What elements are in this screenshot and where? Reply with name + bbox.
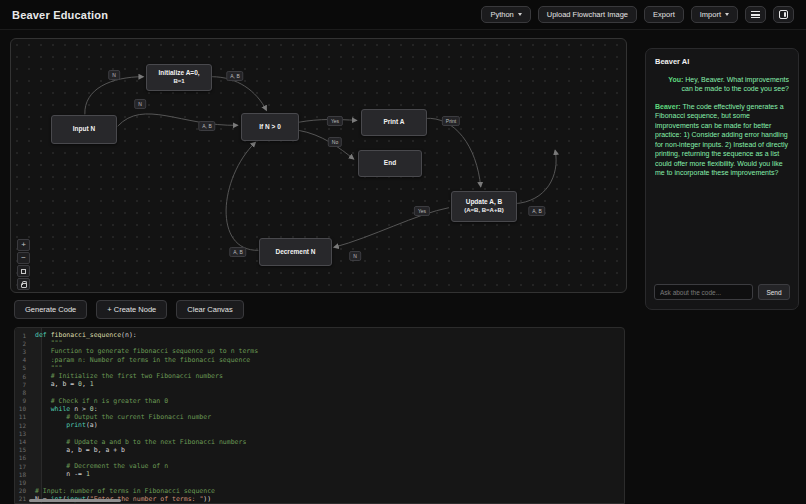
code-line: 4 :param n: Number of terms in the fibon… xyxy=(15,356,624,364)
generate-code-button[interactable]: Generate Code xyxy=(14,300,87,319)
code-line: 19 xyxy=(15,478,624,486)
edge-label: A, B xyxy=(198,121,215,131)
create-node-button[interactable]: + Create Node xyxy=(96,300,167,319)
node-label: Decrement N xyxy=(275,248,315,256)
zoom-in-button[interactable]: + xyxy=(17,239,30,251)
edge-label: N xyxy=(108,70,120,80)
code-lines: 1def fibonacci_sequence(n):2 """3 Functi… xyxy=(15,328,624,503)
clear-canvas-button[interactable]: Clear Canvas xyxy=(176,300,243,319)
chat-messages: You: Hey, Beaver. What improvements can … xyxy=(655,75,789,257)
node-sublabel: (A=B, B=A+B) xyxy=(464,207,504,215)
edge-label: A, B xyxy=(229,247,246,257)
node-label: Input N xyxy=(73,125,95,133)
chat-speaker: Beaver: xyxy=(655,103,681,110)
chat-speaker: You: xyxy=(668,76,683,83)
code-line: 9 # Check if n is greater than 0 xyxy=(15,397,624,405)
flowchart-node-update-ab[interactable]: Update A, B (A=B, B=A+B) xyxy=(451,191,517,222)
flowchart-node-initialize[interactable]: Initialize A=0, B=1 xyxy=(146,64,212,91)
code-line: 7 a, b = 0, 1 xyxy=(15,380,624,388)
horizontal-scrollbar[interactable] xyxy=(15,498,624,503)
lock-icon xyxy=(21,283,27,288)
chat-message-assistant: Beaver: The code effectively generates a… xyxy=(655,102,789,178)
language-select-label: Python xyxy=(490,10,513,19)
node-label: Initialize A=0, xyxy=(158,69,199,77)
chat-title: Beaver AI xyxy=(655,57,789,66)
code-line: 6 # Initialize the first two Fibonacci n… xyxy=(15,372,624,380)
flowchart-edge xyxy=(226,142,258,250)
code-line: 12 print(a) xyxy=(15,421,624,429)
panel-toggle-button[interactable] xyxy=(773,6,794,23)
fit-view-icon xyxy=(21,269,26,274)
code-line: 1def fibonacci_sequence(n): xyxy=(15,331,624,339)
caret-down-icon xyxy=(725,13,729,16)
zoom-out-button[interactable]: − xyxy=(17,252,30,264)
edge-label: Yes xyxy=(327,116,343,126)
flowchart-edge xyxy=(212,77,267,111)
edge-label: N xyxy=(134,99,146,109)
flowchart-node-print-a[interactable]: Print A xyxy=(361,109,427,136)
flowchart-node-end[interactable]: End xyxy=(358,150,422,177)
fit-view-button[interactable] xyxy=(17,265,30,277)
app-title: Beaver Education xyxy=(12,9,108,21)
topbar-actions: Python Upload Flowchart Image Export Imp… xyxy=(481,6,794,23)
lock-button[interactable] xyxy=(17,278,30,290)
code-line: 16 xyxy=(15,454,624,462)
node-label: Print A xyxy=(383,118,404,126)
edge-label: No xyxy=(328,137,342,147)
edge-label: A, B xyxy=(528,206,545,216)
menu-button[interactable] xyxy=(745,6,766,23)
code-line: 18 n -= 1 xyxy=(15,470,624,478)
chat-text: The code effectively generates a Fibonac… xyxy=(655,103,788,176)
code-line: 15 a, b = b, a + b xyxy=(15,446,624,454)
canvas-controls: + − xyxy=(17,239,30,290)
edge-label: A, B xyxy=(226,71,243,81)
hamburger-icon xyxy=(751,11,760,18)
chat-text: Hey, Beaver. What improvements can be ma… xyxy=(682,76,789,92)
code-line: 8 xyxy=(15,388,624,396)
node-label: Update A, B xyxy=(466,198,503,206)
scrollbar-thumb[interactable] xyxy=(29,499,121,502)
code-line: 11 # Output the current Fibonacci number xyxy=(15,413,624,421)
flowchart-edge xyxy=(298,130,354,159)
language-select[interactable]: Python xyxy=(481,6,530,23)
code-line: 5 """ xyxy=(15,364,624,372)
code-line: 2 """ xyxy=(15,339,624,347)
code-line: 10 while n > 0: xyxy=(15,405,624,413)
export-button[interactable]: Export xyxy=(644,6,684,23)
top-bar: Beaver Education Python Upload Flowchart… xyxy=(0,0,806,30)
flowchart-edge xyxy=(514,150,556,204)
import-button-label: Import xyxy=(700,10,721,19)
code-line: 13 xyxy=(15,429,624,437)
sidebar-icon xyxy=(779,10,788,19)
code-line: 3 Function to generate fibonacci sequenc… xyxy=(15,347,624,355)
code-line: 17 # Decrement the value of n xyxy=(15,462,624,470)
edge-label: Yes xyxy=(414,206,430,216)
chat-message-user: You: Hey, Beaver. What improvements can … xyxy=(665,75,789,94)
flowchart-edge xyxy=(118,114,238,126)
canvas-action-bar: Generate Code + Create Node Clear Canvas xyxy=(14,300,244,319)
code-line: 20# Input: number of terms in Fibonacci … xyxy=(15,487,624,495)
node-label: End xyxy=(384,159,396,167)
chat-input-row: Send xyxy=(654,284,790,300)
code-line: 14 # Update a and b to the next Fibonacc… xyxy=(15,437,624,445)
flowchart-edge xyxy=(425,118,481,187)
upload-flowchart-button[interactable]: Upload Flowchart Image xyxy=(538,6,637,23)
node-label: If N > 0 xyxy=(259,123,281,131)
edge-label: N xyxy=(349,251,361,261)
node-sublabel: B=1 xyxy=(173,78,184,86)
flowchart-edge xyxy=(334,208,449,248)
flowchart-node-input-n[interactable]: Input N xyxy=(51,115,117,144)
chat-input[interactable] xyxy=(654,284,753,300)
send-button[interactable]: Send xyxy=(758,284,790,300)
beaver-ai-panel: Beaver AI You: Hey, Beaver. What improve… xyxy=(645,48,799,310)
edge-label: Print xyxy=(442,116,460,126)
chevron-down-icon xyxy=(518,13,522,16)
import-button[interactable]: Import xyxy=(691,6,738,23)
flowchart-node-if-n[interactable]: If N > 0 xyxy=(241,113,299,141)
code-editor[interactable]: 1def fibonacci_sequence(n):2 """3 Functi… xyxy=(14,327,625,504)
flowchart-node-decrement-n[interactable]: Decrement N xyxy=(259,238,332,266)
flowchart-canvas[interactable]: Input N Initialize A=0, B=1 If N > 0 Pri… xyxy=(10,38,627,293)
